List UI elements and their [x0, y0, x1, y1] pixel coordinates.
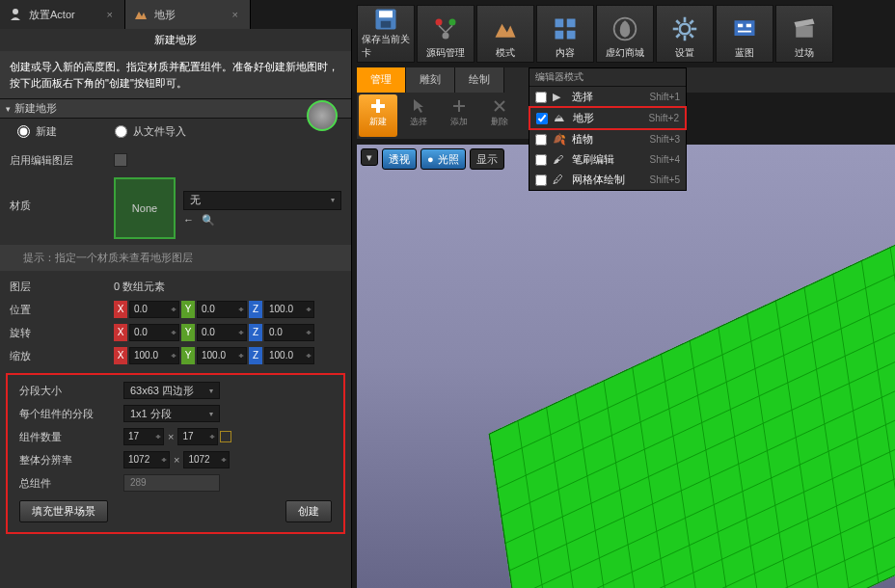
radio-import[interactable]: 从文件导入 — [115, 124, 186, 139]
paint-icon: 🖊 — [553, 174, 566, 187]
mode-item-landscape[interactable]: ⛰ 地形 Shift+2 — [529, 106, 687, 130]
panel-title: 新建地形 — [0, 29, 351, 51]
add-icon — [449, 96, 469, 116]
new-mode-button[interactable]: 新建 — [359, 94, 397, 137]
svg-rect-8 — [567, 19, 576, 28]
svg-rect-24 — [738, 31, 751, 33]
rotation-label: 旋转 — [10, 326, 114, 340]
landscape-panel: 新建地形 创建或导入新的高度图。指定材质并配置组件。准备好创建新地图时，按下此面… — [0, 29, 352, 588]
save-level-button[interactable]: 保存当前关卡 — [357, 5, 415, 63]
location-x[interactable]: 0.0 — [129, 301, 179, 318]
mountain-icon — [488, 12, 523, 46]
editor-mode-panel: 编辑器模式 ▶ 选择 Shift+1 ⛰ 地形 Shift+2 🍂 植物 Shi… — [529, 67, 687, 191]
settings-button[interactable]: 设置 — [656, 5, 714, 63]
scale-y[interactable]: 100.0 — [197, 347, 247, 364]
svg-rect-27 — [371, 104, 385, 108]
rotation-x[interactable]: 0.0 — [129, 324, 179, 341]
cursor-icon: ▶ — [553, 91, 566, 104]
component-count-y[interactable]: 17 — [177, 428, 218, 445]
back-icon[interactable]: ← — [183, 214, 194, 227]
highlight-box: 分段大小 63x63 四边形 每个组件的分段 1x1 分段 组件数量 17 × … — [6, 373, 345, 534]
sections-per-label: 每个组件的分段 — [19, 407, 123, 421]
delete-mode-button[interactable]: 删除 — [480, 94, 519, 137]
rotation-y[interactable]: 0.0 — [197, 324, 247, 341]
section-size-label: 分段大小 — [19, 384, 123, 398]
resolution-y[interactable]: 1072 — [183, 451, 230, 468]
layer-label: 图层 — [10, 280, 114, 294]
fill-world-button[interactable]: 填充世界场景 — [19, 500, 108, 522]
landscape-mesh — [489, 221, 895, 588]
sphere-icon: ● — [427, 153, 434, 165]
scale-x[interactable]: 100.0 — [129, 347, 179, 364]
tab-label: 放置Actor — [29, 8, 75, 22]
location-label: 位置 — [10, 303, 114, 317]
component-count-label: 组件数量 — [19, 430, 123, 444]
close-icon[interactable]: × — [103, 9, 117, 20]
pawn-icon — [8, 7, 23, 22]
close-icon[interactable]: × — [229, 9, 242, 20]
section-size-select[interactable]: 63x63 四边形 — [123, 382, 220, 399]
svg-rect-7 — [556, 19, 564, 28]
resolution-x[interactable]: 1072 — [123, 451, 170, 468]
tab-place-actor[interactable]: 放置Actor × — [0, 0, 125, 29]
location-y[interactable]: 0.0 — [197, 301, 247, 318]
viewport[interactable]: ▾ 透视 ●光照 显示 — [357, 145, 895, 588]
location-z[interactable]: 100.0 — [264, 301, 314, 318]
content-button[interactable]: 内容 — [536, 5, 594, 63]
radio-new[interactable]: 新建 — [17, 124, 57, 139]
mode-item-select[interactable]: ▶ 选择 Shift+1 — [529, 87, 686, 107]
mode-item-foliage[interactable]: 🍂 植物 Shift+3 — [529, 129, 686, 149]
rotation-z[interactable]: 0.0 — [264, 324, 314, 341]
layer-value: 0 数组元素 — [114, 280, 165, 294]
panel-description: 创建或导入新的高度图。指定材质并配置组件。准备好创建新地图时，按下此面板右下角的… — [0, 51, 351, 98]
source-control-button[interactable]: 源码管理 — [417, 5, 475, 63]
viewport-options[interactable]: ▾ — [361, 148, 378, 166]
svg-line-20 — [676, 34, 680, 38]
tab-paint[interactable]: 绘制 — [455, 67, 504, 93]
scale-z[interactable]: 100.0 — [264, 347, 314, 364]
svg-rect-21 — [735, 20, 755, 36]
material-preview[interactable]: None — [114, 177, 176, 239]
add-mode-button[interactable]: 添加 — [440, 94, 478, 137]
gear-icon — [667, 12, 702, 46]
material-hint: 提示：指定一个材质来查看地形图层 — [0, 245, 351, 271]
material-select[interactable]: 无 — [183, 191, 341, 210]
show-button[interactable]: 显示 — [470, 148, 504, 170]
refresh-button[interactable] — [307, 100, 338, 131]
component-count-x[interactable]: 17 — [123, 428, 164, 445]
svg-point-5 — [449, 19, 456, 26]
svg-point-4 — [436, 19, 443, 26]
select-mode-button[interactable]: 选择 — [399, 94, 438, 137]
total-components-label: 总组件 — [19, 476, 123, 491]
sections-per-select[interactable]: 1x1 分段 — [123, 405, 220, 422]
tab-manage[interactable]: 管理 — [357, 67, 406, 93]
resolution-label: 整体分辨率 — [19, 453, 123, 468]
mode-item-mesh-paint[interactable]: 🖊 网格体绘制 Shift+5 — [529, 170, 686, 190]
enable-layer-checkbox[interactable] — [114, 153, 127, 167]
marketplace-button[interactable]: 虚幻商城 — [596, 5, 654, 63]
svg-line-19 — [690, 20, 693, 24]
perspective-button[interactable]: 透视 — [382, 148, 417, 170]
lock-icon[interactable] — [220, 431, 231, 442]
unreal-icon — [608, 12, 642, 46]
lighting-button[interactable]: ●光照 — [420, 148, 466, 170]
mountain-icon: ⛰ — [554, 112, 567, 125]
mode-item-brush[interactable]: 🖌 笔刷编辑 Shift+4 — [529, 149, 686, 170]
search-icon[interactable]: 🔍 — [202, 214, 215, 227]
blueprint-button[interactable]: 蓝图 — [716, 5, 773, 63]
create-button[interactable]: 创建 — [285, 500, 332, 522]
cinematics-button[interactable]: 过场 — [775, 5, 833, 63]
tab-landscape[interactable]: 地形 × — [125, 0, 251, 29]
svg-rect-9 — [556, 31, 564, 40]
svg-rect-25 — [796, 26, 813, 38]
tab-sculpt[interactable]: 雕刻 — [406, 67, 455, 93]
mountain-icon — [133, 7, 149, 22]
svg-point-6 — [443, 33, 449, 40]
save-icon — [368, 6, 403, 33]
section-header[interactable]: 新建地形 — [0, 98, 351, 119]
svg-rect-3 — [381, 21, 392, 28]
tab-label: 地形 — [154, 8, 176, 22]
svg-rect-10 — [567, 31, 576, 40]
mode-button[interactable]: 模式 — [476, 5, 534, 63]
svg-rect-22 — [738, 24, 743, 28]
